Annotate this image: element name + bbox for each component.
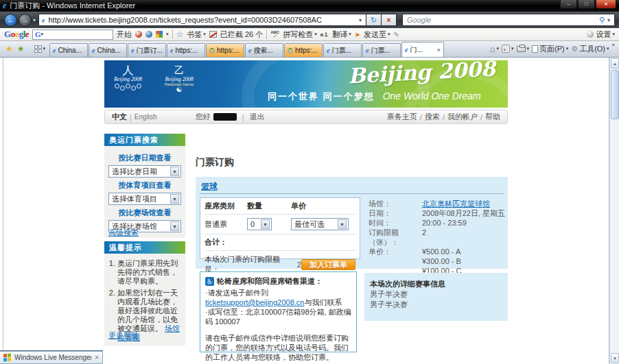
advanced-search-link[interactable]: 高级搜索 <box>108 228 139 238</box>
tab-tickets-active[interactable]: e门...× <box>401 42 444 57</box>
url-dropdown-icon[interactable]: ▾ <box>358 17 363 23</box>
nav-help[interactable]: 帮助 <box>485 112 500 122</box>
wheelchair-icon: ♿ <box>205 277 214 286</box>
google-search-dropdown-icon[interactable]: ▾ <box>41 32 44 37</box>
translate-button[interactable]: 翻译▾ <box>332 29 351 40</box>
maximize-button[interactable]: □ <box>578 0 595 9</box>
date-select[interactable]: 选择比赛日期 ▼ <box>108 165 181 178</box>
start-button[interactable]: 开始 <box>117 29 132 40</box>
send-to-button[interactable]: 发送至▾ <box>364 29 390 40</box>
tab-china-2[interactable]: eChina... <box>89 43 127 57</box>
tab-tickets-1[interactable]: e门票订... <box>128 43 166 57</box>
messenger-popup[interactable]: Windows Live Messenger × <box>0 351 103 364</box>
spellcheck-icon[interactable]: ABC✓ <box>270 30 279 38</box>
title-bar: e 门票订购 - Windows Internet Explorer – □ × <box>0 0 619 12</box>
wheelchair-line1: ·请发送电子邮件到ticketsupport@beijing2008.cn与我们… <box>205 288 351 307</box>
username-redacted <box>213 113 237 121</box>
price-option-select[interactable]: 最佳可选 ▼ <box>291 218 349 230</box>
print-button[interactable]: ▾ <box>517 46 530 52</box>
tab-https-loading-1[interactable]: https:... <box>206 43 244 57</box>
browser-viewport: 人 Beijing 2008 乙 Beijing 2008 Paralympic… <box>0 58 619 364</box>
tools-menu-button[interactable]: ⚙工具(O)▾ <box>571 44 609 54</box>
tab-https-loading-2[interactable]: https:... <box>284 43 323 57</box>
messenger-close-icon[interactable]: × <box>95 354 99 361</box>
page-icon <box>532 45 538 53</box>
support-email-link[interactable]: ticketsupport@beijing2008.cn <box>205 298 304 306</box>
page-menu-button[interactable]: 页面(P)▾ <box>532 44 568 54</box>
popup-blocked-icon[interactable] <box>209 31 217 38</box>
tab-https-1[interactable]: ehttps:... <box>167 43 205 57</box>
toolbar-overflow-icon[interactable]: » <box>612 42 615 48</box>
bookmarks-button[interactable]: 书签▾ <box>187 29 206 40</box>
url-field[interactable]: e http://www.tickets.beijing2008.cn/tick… <box>38 14 366 26</box>
add-to-order-button[interactable]: 加入订票单 <box>301 259 355 270</box>
venue-link[interactable]: 北京奥林匹克篮球馆 <box>422 199 490 208</box>
settings-button[interactable]: 设置▾ <box>596 29 615 40</box>
tab-close-icon[interactable]: × <box>437 47 441 53</box>
translate-icon[interactable]: a１ <box>320 31 329 38</box>
favorites-star-icon[interactable]: ★ <box>5 44 13 53</box>
apps-dropdown-icon[interactable]: ▾ <box>166 32 169 37</box>
ie-icon: e <box>366 47 369 54</box>
close-button[interactable]: × <box>596 0 616 9</box>
scroll-up-icon[interactable]: ▲ <box>611 58 619 69</box>
history-dropdown-icon[interactable]: ▾ <box>33 17 36 23</box>
blocked-count[interactable]: 已拦截 26 个 <box>220 29 263 40</box>
event-info-box: 本场次的详细赛事信息 男子半决赛 男子半决赛 <box>364 273 508 321</box>
quick-tabs-button[interactable]: ▾ <box>27 40 50 57</box>
settings-icon[interactable] <box>587 31 594 38</box>
chevron-down-icon[interactable]: ▼ <box>170 167 179 176</box>
scrollbar-thumb[interactable] <box>611 70 619 119</box>
price-b: ¥300.00 - B <box>422 256 506 266</box>
minimize-button[interactable]: – <box>560 0 577 9</box>
send-to-icon[interactable]: ➤ <box>355 31 360 38</box>
stop-button[interactable]: × <box>382 14 397 26</box>
back-button[interactable]: ← <box>4 14 17 27</box>
limit-label: 订购限额（张）： <box>369 228 422 247</box>
tab-search[interactable]: e搜索... <box>245 43 283 57</box>
chevron-down-icon[interactable]: ▼ <box>170 194 179 204</box>
quick-tabs-icon <box>34 45 42 53</box>
vertical-scrollbar[interactable]: ▲ ▼ <box>609 58 619 364</box>
home-button[interactable]: ⌂▾ <box>490 44 499 54</box>
add-favorite-icon[interactable]: ★ <box>17 44 25 53</box>
search-placeholder[interactable]: Google <box>407 16 599 24</box>
chevron-down-icon[interactable]: ▼ <box>170 221 179 231</box>
tab-tickets-2[interactable]: e门票... <box>323 43 362 57</box>
autofill-pen-icon[interactable]: ✎ <box>394 31 399 38</box>
earth-icon[interactable] <box>145 31 152 38</box>
wheelchair-paragraph: 请在电子邮件或信件中详细说明您想要订购的门票，您的联络方式以及电话号码。我们的工… <box>205 333 351 362</box>
apps-icon[interactable] <box>156 31 163 38</box>
chevron-down-icon[interactable]: ▼ <box>261 219 270 229</box>
nav-search[interactable]: 搜索 <box>425 112 440 122</box>
tab-china-1[interactable]: eChina... <box>49 43 88 57</box>
refresh-button[interactable]: ↻ <box>366 14 382 26</box>
lang-chinese[interactable]: 中文 <box>112 112 127 122</box>
chevron-down-icon[interactable]: ▼ <box>338 219 347 229</box>
url-text[interactable]: http://www.tickets.beijing2008.cn/ticket… <box>48 16 358 24</box>
sport-select[interactable]: 选择体育项目 ▼ <box>108 193 181 205</box>
nav-my-account[interactable]: 我的帐户 <box>447 112 478 122</box>
quantity-select[interactable]: 0 ▼ <box>247 218 272 230</box>
forward-button[interactable]: → <box>19 14 32 27</box>
spellcheck-button[interactable]: 拼写检查▾ <box>283 29 317 40</box>
sphere-icon[interactable] <box>135 31 142 38</box>
google-search-input[interactable]: G ▾ <box>32 29 113 40</box>
feeds-button[interactable]: ▾ <box>502 45 514 53</box>
more-help-link[interactable]: 更多帮助 <box>108 330 139 341</box>
bookmark-star-icon[interactable]: ☆ <box>176 29 184 39</box>
logout-link[interactable]: 退出 <box>250 112 265 122</box>
scroll-down-icon[interactable]: ▼ <box>611 353 619 363</box>
wheelchair-title: 轮椅座席和陪同座席销售渠道： <box>217 276 323 286</box>
gear-icon: ⚙ <box>571 45 578 53</box>
sport-link[interactable]: 篮球 <box>201 181 218 193</box>
search-icon[interactable]: ⚲ <box>599 16 605 25</box>
seat-type: 普通票 <box>205 219 247 230</box>
nav-ticket-home[interactable]: 票务主页 <box>387 112 417 122</box>
search-box[interactable]: Google ⚲ ▾ <box>402 14 615 26</box>
search-dropdown-icon[interactable]: ▾ <box>607 17 610 23</box>
sidebar-tips-header: 温馨提示 <box>104 241 185 254</box>
lang-english[interactable]: English <box>135 113 157 121</box>
olympic-games-logo: 人 Beijing 2008 <box>114 65 142 90</box>
tab-tickets-3[interactable]: e门票... <box>362 43 401 57</box>
